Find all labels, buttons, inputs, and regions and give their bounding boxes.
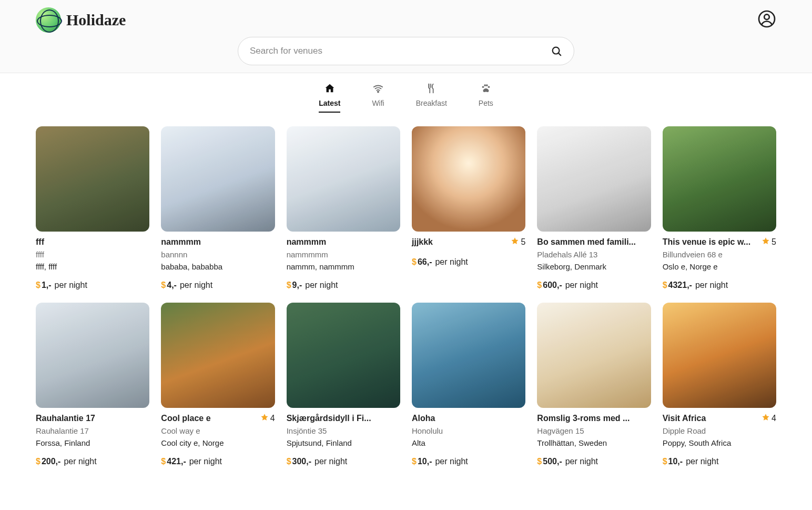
svg-point-1	[764, 14, 769, 19]
user-circle-icon	[757, 9, 776, 28]
brand-name: Holidaze	[66, 11, 126, 29]
price-value: 66,-	[418, 257, 432, 267]
venue-street: Insjöntie 35	[287, 425, 400, 436]
venue-card[interactable]: This venue is epic w... 5 Billundveien 6…	[663, 126, 776, 290]
rating-value: 5	[772, 237, 776, 247]
venue-street: nammmmm	[287, 249, 400, 260]
venue-rating: 4	[260, 413, 275, 424]
venue-thumbnail	[663, 126, 776, 232]
home-icon	[324, 83, 336, 96]
star-icon	[762, 413, 770, 424]
venue-title: Romslig 3-roms med ...	[537, 413, 630, 424]
venue-price: $ 200,- per night	[36, 457, 149, 466]
venue-card[interactable]: nammmm bannnn bababa, bababba $ 4,- per …	[161, 126, 275, 290]
price-value: 10,-	[418, 457, 432, 466]
venue-city: Spjutsund, Finland	[287, 437, 400, 448]
venue-grid: fff ffff ffff, ffff $ 1,- per night namm…	[0, 120, 812, 487]
price-value: 4,-	[167, 281, 177, 290]
currency-symbol: $	[663, 281, 667, 290]
filter-label: Breakfast	[416, 99, 447, 107]
filter-wifi[interactable]: Wifi	[372, 83, 384, 113]
venue-city: Oslo e, Norge e	[663, 261, 776, 272]
rating-value: 4	[772, 414, 776, 423]
venue-price: $ 600,- per night	[537, 281, 651, 290]
per-night-label: per night	[305, 281, 338, 290]
venue-card[interactable]: Aloha Honolulu Alta $ 10,- per night	[412, 303, 525, 466]
venue-rating: 5	[762, 237, 776, 247]
venue-price: $ 500,- per night	[537, 457, 651, 466]
svg-point-4	[378, 91, 379, 92]
venue-card[interactable]: Romslig 3-roms med ... Hagvägen 15 Troll…	[537, 303, 651, 466]
venue-title: fff	[36, 237, 44, 248]
venue-thumbnail	[537, 126, 651, 232]
venue-city: ffff, ffff	[36, 261, 149, 272]
venue-card[interactable]: Rauhalantie 17 Rauhalantie 17 Forssa, Fi…	[36, 303, 149, 466]
venue-price: $ 66,- per night	[412, 257, 525, 267]
venue-thumbnail	[161, 303, 275, 408]
price-value: 10,-	[668, 457, 683, 466]
venue-thumbnail	[287, 126, 400, 232]
venue-title: Skjærgårdsidyll i Fi...	[287, 413, 371, 424]
rating-value: 4	[270, 414, 275, 423]
price-value: 421,-	[167, 457, 186, 466]
venue-card[interactable]: Cool place e 4 Cool way e Cool city e, N…	[161, 303, 275, 466]
user-menu-button[interactable]	[757, 9, 776, 31]
venue-city: bababa, bababba	[161, 261, 275, 272]
venue-card[interactable]: Bo sammen med famili... Pladehals Allé 1…	[537, 126, 651, 290]
venue-price: $ 300,- per night	[287, 457, 400, 466]
venue-title: Aloha	[412, 413, 435, 424]
per-night-label: per night	[55, 281, 87, 290]
utensils-icon	[425, 83, 437, 96]
paw-icon	[480, 83, 492, 96]
per-night-label: per night	[435, 257, 468, 267]
venue-card[interactable]: Skjærgårdsidyll i Fi... Insjöntie 35 Spj…	[287, 303, 400, 466]
venue-card[interactable]: jjjkkk 5 $ 66,- per night	[412, 126, 525, 290]
venue-city: Alta	[412, 437, 525, 448]
venue-rating: 5	[511, 237, 525, 247]
venue-price: $ 4321,- per night	[663, 281, 776, 290]
venue-card[interactable]: nammmm nammmmm nammm, nammmm $ 9,- per n…	[287, 126, 400, 290]
venue-street: Rauhalantie 17	[36, 425, 149, 436]
per-night-label: per night	[189, 457, 222, 466]
filter-label: Pets	[479, 99, 493, 107]
price-value: 4321,-	[668, 281, 692, 290]
currency-symbol: $	[537, 281, 542, 290]
venue-card[interactable]: fff ffff ffff, ffff $ 1,- per night	[36, 126, 149, 290]
filter-breakfast[interactable]: Breakfast	[416, 83, 447, 113]
currency-symbol: $	[287, 281, 291, 290]
per-night-label: per night	[180, 281, 212, 290]
logo[interactable]: Holidaze	[36, 7, 126, 33]
app-header: Holidaze	[0, 0, 812, 73]
per-night-label: per night	[686, 457, 718, 466]
venue-city: nammm, nammmm	[287, 261, 400, 272]
currency-symbol: $	[412, 457, 417, 466]
venue-city: Poppy, South Africa	[663, 437, 776, 448]
per-night-label: per night	[695, 281, 728, 290]
filter-label: Latest	[319, 99, 340, 107]
venue-thumbnail	[161, 126, 275, 232]
venue-title: This venue is epic w...	[663, 237, 750, 248]
price-value: 9,-	[292, 281, 302, 290]
filter-latest[interactable]: Latest	[319, 83, 340, 113]
venue-thumbnail	[36, 303, 149, 408]
venue-price: $ 421,- per night	[161, 457, 275, 466]
per-night-label: per night	[565, 457, 598, 466]
venue-title: nammmm	[287, 237, 327, 248]
venue-city: Cool city e, Norge	[161, 437, 275, 448]
price-value: 600,-	[543, 281, 562, 290]
star-icon	[762, 237, 770, 247]
currency-symbol: $	[412, 257, 417, 267]
venue-title: Rauhalantie 17	[36, 413, 95, 424]
venue-card[interactable]: Visit Africa 4 Dipple Road Poppy, South …	[663, 303, 776, 466]
venue-title: nammmm	[161, 237, 201, 248]
svg-point-6	[484, 84, 486, 86]
search-box[interactable]	[238, 37, 574, 65]
venue-thumbnail	[537, 303, 651, 408]
price-value: 500,-	[543, 457, 562, 466]
venue-price: $ 9,- per night	[287, 281, 400, 290]
currency-symbol: $	[537, 457, 542, 466]
venue-title: Visit Africa	[663, 413, 706, 424]
filter-pets[interactable]: Pets	[479, 83, 493, 113]
search-input[interactable]	[250, 46, 551, 56]
wifi-icon	[372, 83, 384, 96]
